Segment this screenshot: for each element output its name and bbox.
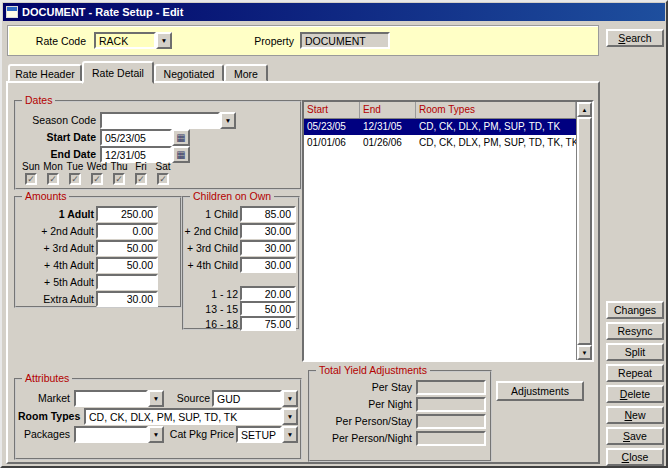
property-field: [300, 32, 390, 49]
split-button[interactable]: Split: [606, 343, 664, 361]
age-13-15-input[interactable]: [240, 301, 296, 316]
column-header-room-types[interactable]: Room Types: [416, 102, 576, 118]
rate-setup-window: DOCUMENT - Rate Setup - Edit Rate Code ▼…: [0, 0, 668, 468]
room-types-dropdown-button[interactable]: ▼: [282, 408, 298, 425]
cat-pkg-price-dropdown-button[interactable]: ▼: [282, 426, 298, 443]
adjustments-button[interactable]: Adjustments: [496, 381, 584, 401]
new-button[interactable]: New: [606, 406, 664, 424]
season-table: Start End Room Types 05/23/05 12/31/05 C…: [302, 100, 594, 362]
day-checkbox-sun[interactable]: ✓: [25, 173, 37, 185]
scroll-down-button[interactable]: ▼: [577, 345, 592, 360]
vertical-scrollbar[interactable]: ▲ ▼: [576, 102, 592, 360]
tab-rate-detail[interactable]: Rate Detail: [82, 61, 154, 84]
day-checkbox-thu[interactable]: ✓: [113, 173, 125, 185]
calendar-icon: ▦: [176, 149, 185, 160]
start-date-calendar-button[interactable]: ▦: [172, 129, 190, 146]
day-checkbox-sat[interactable]: ✓: [157, 173, 169, 185]
child-2-input[interactable]: [240, 223, 296, 239]
day-label-sun: Sun: [20, 161, 42, 172]
room-types-label: Room Types: [18, 410, 80, 422]
check-icon: ✓: [27, 174, 35, 184]
dates-group-title: Dates: [22, 94, 55, 106]
adult-1-input[interactable]: [96, 206, 158, 222]
repeat-button[interactable]: Repeat: [606, 364, 664, 382]
dates-group: Dates Season Code ▼ Start Date ▦ End Dat…: [14, 100, 302, 190]
market-input[interactable]: [74, 390, 148, 407]
chevron-down-icon: ▼: [153, 431, 159, 438]
resync-button[interactable]: Resync: [606, 322, 664, 340]
scroll-up-button[interactable]: ▲: [577, 102, 592, 117]
child-4-input[interactable]: [240, 257, 296, 273]
season-code-input[interactable]: [100, 112, 220, 129]
adult-4-label: + 4th Adult: [18, 259, 94, 271]
chevron-down-icon: ▼: [287, 395, 293, 402]
app-icon: [6, 6, 18, 18]
day-checkbox-fri[interactable]: ✓: [135, 173, 147, 185]
window-title: DOCUMENT - Rate Setup - Edit: [22, 6, 183, 18]
adult-1-label: 1 Adult: [18, 208, 94, 220]
cell-room-types: CD, CK, DLX, PM, SUP, TD, TK: [416, 119, 576, 135]
save-button[interactable]: Save: [606, 427, 664, 445]
rate-detail-panel: Dates Season Code ▼ Start Date ▦ End Dat…: [6, 81, 600, 464]
age-13-15-label: 13 - 15: [184, 303, 238, 315]
child-1-input[interactable]: [240, 206, 296, 222]
chevron-down-icon: ▼: [287, 431, 293, 438]
chevron-down-icon: ▼: [161, 37, 167, 44]
extra-adult-input[interactable]: [96, 291, 158, 307]
age-16-18-label: 16 - 18: [184, 318, 238, 330]
delete-button[interactable]: Delete: [606, 385, 664, 403]
season-table-header: Start End Room Types: [304, 102, 576, 119]
child-1-label: 1 Child: [184, 208, 238, 220]
packages-dropdown-button[interactable]: ▼: [148, 426, 164, 443]
tab-negotiated[interactable]: Negotiated: [154, 64, 224, 82]
yield-group-title: Total Yield Adjustments: [316, 364, 430, 376]
cell-start: 01/01/06: [304, 135, 360, 151]
start-date-input[interactable]: [100, 129, 172, 146]
rate-code-input[interactable]: [94, 32, 156, 49]
cat-pkg-price-label: Cat Pkg Price: [166, 428, 234, 440]
age-1-12-input[interactable]: [240, 286, 296, 301]
source-input[interactable]: [212, 390, 282, 407]
day-label-mon: Mon: [42, 161, 64, 172]
rate-code-dropdown-button[interactable]: ▼: [156, 32, 172, 49]
child-3-input[interactable]: [240, 240, 296, 256]
tab-rate-header[interactable]: Rate Header: [8, 64, 82, 82]
day-checkbox-mon[interactable]: ✓: [47, 173, 59, 185]
children-group-title: Children on Own: [190, 190, 274, 202]
cell-start: 05/23/05: [304, 119, 360, 135]
cell-end: 01/26/06: [360, 135, 416, 151]
column-header-start[interactable]: Start: [304, 102, 360, 118]
adult-2-input[interactable]: [96, 223, 158, 239]
packages-input[interactable]: [74, 426, 148, 443]
search-button[interactable]: Search: [606, 29, 664, 47]
column-header-end[interactable]: End: [360, 102, 416, 118]
season-code-label: Season Code: [18, 114, 96, 126]
close-button[interactable]: Close: [606, 448, 664, 466]
source-dropdown-button[interactable]: ▼: [282, 390, 298, 407]
table-row[interactable]: 05/23/05 12/31/05 CD, CK, DLX, PM, SUP, …: [304, 119, 576, 135]
day-checkbox-wed[interactable]: ✓: [91, 173, 103, 185]
tab-more[interactable]: More: [224, 64, 268, 82]
day-label-fri: Fri: [130, 161, 152, 172]
day-label-thu: Thu: [108, 161, 130, 172]
end-date-calendar-button[interactable]: ▦: [172, 146, 190, 163]
age-16-18-input[interactable]: [240, 316, 296, 331]
table-row[interactable]: 01/01/06 01/26/06 CD, CK, DLX, PM, SUP, …: [304, 135, 576, 151]
chevron-down-icon: ▼: [153, 395, 159, 402]
season-code-dropdown-button[interactable]: ▼: [220, 112, 236, 129]
cat-pkg-price-input[interactable]: [236, 426, 282, 443]
rate-code-label: Rate Code: [28, 35, 86, 47]
child-3-label: + 3rd Child: [184, 242, 238, 254]
market-label: Market: [18, 392, 70, 404]
source-label: Source: [172, 392, 210, 404]
age-1-12-label: 1 - 12: [184, 288, 238, 300]
day-checkbox-tue[interactable]: ✓: [69, 173, 81, 185]
adult-5-input[interactable]: [96, 274, 158, 290]
scrollbar-thumb[interactable]: [577, 117, 592, 345]
adult-4-input[interactable]: [96, 257, 158, 273]
per-person-stay-label: Per Person/Stay: [312, 415, 412, 427]
room-types-input[interactable]: [84, 408, 282, 425]
adult-3-input[interactable]: [96, 240, 158, 256]
market-dropdown-button[interactable]: ▼: [148, 390, 164, 407]
changes-button[interactable]: Changes: [606, 301, 664, 319]
